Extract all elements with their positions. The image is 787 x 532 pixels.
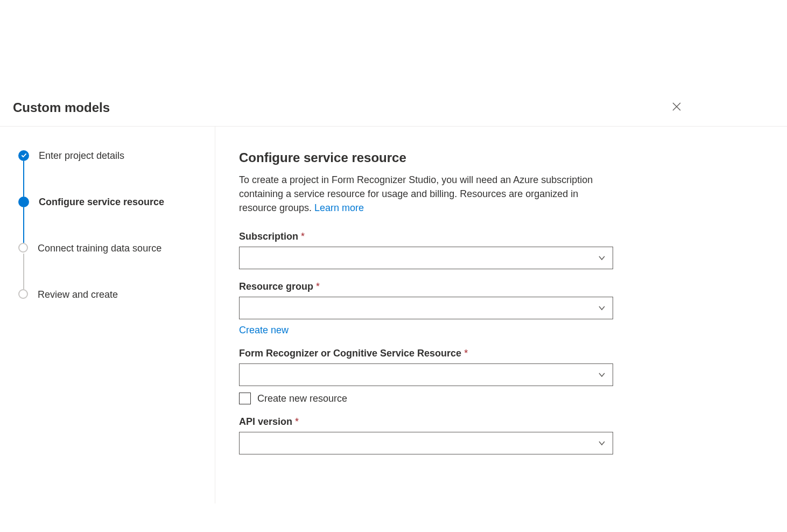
dialog-title: Custom models <box>13 100 110 115</box>
subscription-label-text: Subscription <box>239 231 298 242</box>
learn-more-link[interactable]: Learn more <box>314 202 364 213</box>
main-panel: Configure service resource To create a p… <box>215 127 787 503</box>
required-asterisk: * <box>316 281 320 292</box>
step-indicator-pending <box>18 289 28 299</box>
create-new-resource-checkbox-row: Create new resource <box>239 393 613 404</box>
required-asterisk: * <box>464 348 468 359</box>
service-resource-field-group: Form Recognizer or Cognitive Service Res… <box>239 348 613 404</box>
step-connector <box>23 207 24 243</box>
create-new-resource-checkbox[interactable] <box>239 393 251 404</box>
create-new-resource-group-link[interactable]: Create new <box>239 325 289 336</box>
api-version-field-group: API version * <box>239 416 613 454</box>
resource-group-label-text: Resource group <box>239 281 313 292</box>
step-label: Configure service resource <box>39 197 164 207</box>
required-asterisk: * <box>295 416 299 427</box>
api-version-label-text: API version <box>239 416 292 427</box>
close-icon <box>672 102 681 113</box>
step-indicator-pending <box>18 243 28 253</box>
close-button[interactable] <box>668 99 685 116</box>
step-connect-training-data-source[interactable]: Connect training data source <box>18 243 202 289</box>
step-label: Enter project details <box>39 150 124 161</box>
api-version-select[interactable] <box>239 432 613 454</box>
page-description: To create a project in Form Recognizer S… <box>239 173 616 215</box>
subscription-input[interactable] <box>239 247 613 269</box>
resource-group-label: Resource group * <box>239 281 613 292</box>
step-indicator-completed <box>18 150 29 161</box>
dialog-header: Custom models <box>0 86 787 127</box>
api-version-input[interactable] <box>239 432 613 454</box>
service-resource-input[interactable] <box>239 363 613 386</box>
subscription-field-group: Subscription * <box>239 231 613 269</box>
step-review-and-create[interactable]: Review and create <box>18 289 202 335</box>
api-version-label: API version * <box>239 416 613 428</box>
required-asterisk: * <box>301 231 305 242</box>
service-resource-select[interactable] <box>239 363 613 386</box>
subscription-select[interactable] <box>239 247 613 269</box>
create-new-resource-checkbox-label: Create new resource <box>257 393 347 404</box>
page-title: Configure service resource <box>239 150 763 165</box>
resource-group-select[interactable] <box>239 297 613 319</box>
dialog-content: Enter project details Configure service … <box>0 127 787 503</box>
step-configure-service-resource[interactable]: Configure service resource <box>18 197 202 243</box>
subscription-label: Subscription * <box>239 231 613 242</box>
step-connector <box>23 254 24 289</box>
resource-group-field-group: Resource group * Create new <box>239 281 613 336</box>
service-resource-label-text: Form Recognizer or Cognitive Service Res… <box>239 348 461 359</box>
wizard-steps-sidebar: Enter project details Configure service … <box>0 127 215 503</box>
step-label: Review and create <box>38 289 118 300</box>
step-list: Enter project details Configure service … <box>18 150 202 335</box>
step-indicator-current <box>18 197 29 207</box>
step-label: Connect training data source <box>38 243 161 254</box>
step-connector <box>23 161 24 197</box>
resource-group-input[interactable] <box>239 297 613 319</box>
checkmark-icon <box>21 151 27 160</box>
description-text: To create a project in Form Recognizer S… <box>239 174 593 213</box>
step-enter-project-details[interactable]: Enter project details <box>18 150 202 197</box>
service-resource-label: Form Recognizer or Cognitive Service Res… <box>239 348 613 359</box>
